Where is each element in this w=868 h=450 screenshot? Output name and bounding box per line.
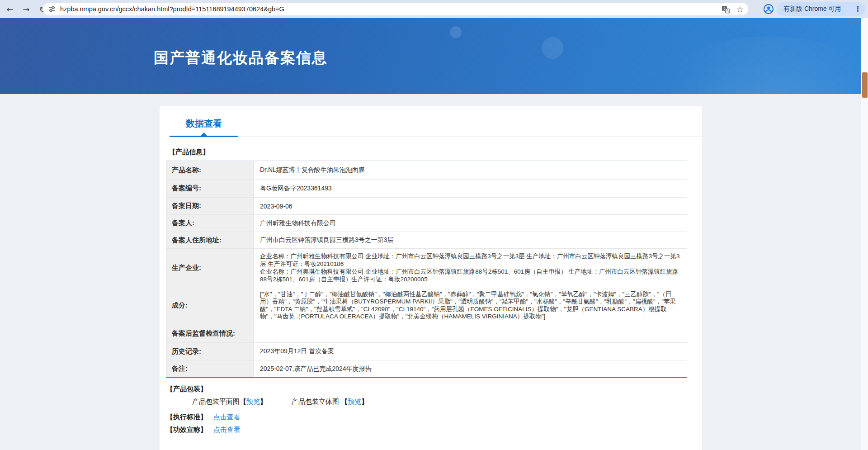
forward-button[interactable]: →	[20, 3, 33, 15]
row-value: 广州市白云区钟落潭镇良园三横路3号之一第3层	[254, 232, 687, 248]
banner-circle-decoration	[450, 26, 462, 38]
bracket: 】	[260, 398, 267, 405]
table-row: 备案人住所地址: 广州市白云区钟落潭镇良园三横路3号之一第3层	[166, 232, 687, 248]
efficacy-label: 【功效宣称】	[166, 426, 207, 433]
back-button[interactable]: ←	[4, 3, 16, 15]
bracket: 【	[240, 398, 246, 405]
profile-avatar-icon[interactable]	[763, 4, 774, 14]
row-label: 备案后监督检查情况:	[166, 324, 254, 342]
translate-icon[interactable]: 文 A	[722, 5, 730, 14]
chrome-update-label: 有新版 Chrome 可用	[783, 5, 841, 13]
row-value: 企业名称：广州昕雅生物科技有限公司 企业地址：广州市白云区钟落潭镇良园三横路3号…	[254, 249, 687, 287]
standards-label: 【执行标准】	[166, 413, 207, 421]
tab-active-underline	[170, 136, 238, 137]
row-value: 粤G妆网备字2023361493	[254, 180, 687, 197]
row-value: 广州昕雅生物科技有限公司	[254, 215, 687, 232]
packaging-plan-preview-link[interactable]: 预览	[246, 398, 260, 405]
table-row: 产品名称: Dr.NL娜蓝博士复合酸牛油果泡泡面膜	[166, 161, 687, 179]
row-value: 2023年09月12日 首次备案	[254, 343, 687, 360]
chrome-update-chip[interactable]: 有新版 Chrome 可用 ⋮	[777, 2, 865, 16]
packaging-solid-preview-link[interactable]: 预览	[348, 398, 361, 405]
page-title: 国产普通化妆品备案信息	[154, 48, 328, 68]
table-row: 备案编号: 粤G妆网备字2023361493	[166, 179, 687, 197]
row-label: 生产企业:	[166, 249, 254, 287]
table-row: 备案后监督检查情况:	[166, 324, 687, 342]
content-card: 数据查看 【产品信息】 产品名称: Dr.NL娜蓝博士复合酸牛油果泡泡面膜 备案…	[160, 106, 702, 450]
bracket: 】	[361, 398, 368, 405]
product-info-table: 产品名称: Dr.NL娜蓝博士复合酸牛油果泡泡面膜 备案编号: 粤G妆网备字20…	[166, 161, 687, 378]
tab-divider-line	[238, 137, 702, 137]
row-label: 备注:	[166, 360, 254, 377]
table-row: 备注: 2025-02-07,该产品已完成2024年度报告	[166, 360, 687, 377]
url-text[interactable]: hzpba.nmpa.gov.cn/gccx/chakan.html?prodI…	[60, 5, 284, 13]
page-scrollbar[interactable]	[861, 18, 868, 450]
site-settings-tune-icon[interactable]	[48, 5, 56, 13]
packaging-section-title: 【产品包装】	[166, 385, 207, 393]
efficacy-row: 【功效宣称】点击查看	[166, 426, 241, 434]
banner-circle-decoration	[542, 37, 563, 59]
efficacy-view-link[interactable]: 点击查看	[213, 426, 241, 433]
row-value	[254, 324, 687, 342]
standards-row: 【执行标准】点击查看	[166, 413, 241, 422]
table-row: 备案日期: 2023-09-06	[166, 197, 687, 214]
row-label: 备案日期:	[166, 198, 254, 214]
tab-indicator-triangle-icon	[201, 133, 207, 136]
standards-view-link[interactable]: 点击查看	[213, 413, 241, 421]
browser-toolbar: ← → ↻ hzpba.nmpa.gov.cn/gccx/chakan.html…	[0, 0, 868, 18]
row-value: 2025-02-07,该产品已完成2024年度报告	[254, 360, 687, 377]
product-info-section-title: 【产品信息】	[169, 148, 209, 156]
row-label: 备案人:	[166, 215, 254, 232]
banner-glow-decoration	[642, 36, 868, 94]
table-row: 成分: ["水"，"甘油"，"丁二醇"，"椰油酰甘氨酸钠"，"椰油酰两性基乙酸钠…	[166, 287, 687, 324]
address-bar[interactable]: hzpba.nmpa.gov.cn/gccx/chakan.html?prodI…	[43, 3, 748, 15]
scrollbar-thumb[interactable]	[862, 72, 868, 98]
packaging-previews-row: 产品包装平面图【预览】产品包装立体图 【预览】	[192, 398, 368, 406]
table-row: 备案人: 广州昕雅生物科技有限公司	[166, 214, 687, 232]
page-banner: 国产普通化妆品备案信息	[0, 18, 868, 94]
table-row: 历史记录: 2023年09月12日 首次备案	[166, 342, 687, 360]
row-value: 2023-09-06	[254, 198, 687, 214]
packaging-solid-label: 产品包装立体图	[292, 398, 339, 405]
bracket: 【	[341, 398, 348, 405]
row-value: Dr.NL娜蓝博士复合酸牛油果泡泡面膜	[254, 161, 687, 179]
bookmark-star-icon[interactable]: ☆	[736, 5, 744, 14]
browser-menu-icon[interactable]: ⋮	[854, 5, 861, 13]
svg-text:A: A	[726, 9, 729, 13]
tab-data-view[interactable]: 数据查看	[170, 118, 238, 130]
table-row: 生产企业: 企业名称：广州昕雅生物科技有限公司 企业地址：广州市白云区钟落潭镇良…	[166, 248, 687, 287]
row-label: 成分:	[166, 287, 254, 324]
row-label: 备案编号:	[166, 180, 254, 197]
row-value: ["水"，"甘油"，"丁二醇"，"椰油酰甘氨酸钠"，"椰油酰两性基乙酸钠"，"赤…	[254, 287, 687, 324]
row-label: 产品名称:	[166, 161, 254, 179]
row-label: 历史记录:	[166, 343, 254, 360]
packaging-plan-label: 产品包装平面图	[192, 398, 240, 405]
row-label: 备案人住所地址:	[166, 232, 254, 248]
